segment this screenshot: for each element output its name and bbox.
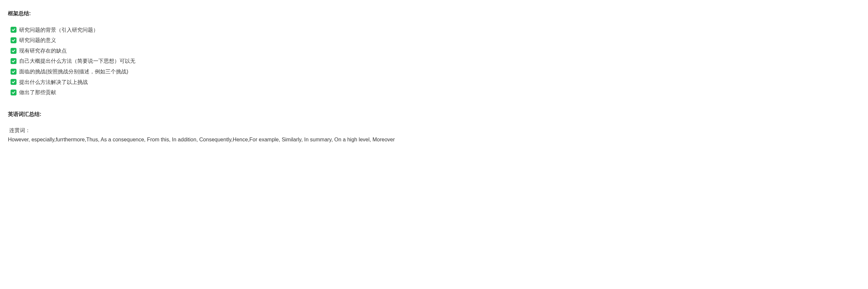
check-icon	[10, 69, 17, 75]
check-icon	[10, 79, 17, 85]
vocabulary-summary-section: 英语词汇总结: 连贯词： However, especially,furrthe…	[8, 110, 860, 144]
list-item-label: 提出什么方法解决了以上挑战	[19, 78, 88, 87]
connective-words-subheading: 连贯词：	[9, 126, 860, 135]
framework-checklist: 研究问题的背景（引入研究问题） 研究问题的意义 现有研究存在的缺点 自己大概提出…	[10, 26, 860, 97]
list-item-label: 研究问题的背景（引入研究问题）	[19, 26, 98, 34]
check-icon	[10, 58, 17, 64]
check-icon	[10, 48, 17, 54]
list-item: 研究问题的意义	[10, 36, 860, 45]
vocabulary-summary-heading: 英语词汇总结:	[8, 110, 860, 119]
check-icon	[10, 89, 17, 95]
list-item-label: 研究问题的意义	[19, 36, 56, 45]
list-item: 研究问题的背景（引入研究问题）	[10, 26, 860, 34]
framework-summary-heading: 框架总结:	[8, 9, 860, 18]
list-item: 自己大概提出什么方法（简要说一下思想）可以无	[10, 57, 860, 65]
list-item: 现有研究存在的缺点	[10, 47, 860, 55]
list-item-label: 现有研究存在的缺点	[19, 47, 67, 55]
list-item-label: 面临的挑战(按照挑战分别描述，例如三个挑战)	[19, 67, 128, 76]
list-item: 做出了那些贡献	[10, 88, 860, 97]
connective-words-body: However, especially,furrthermore,Thus, A…	[8, 136, 860, 144]
check-icon	[10, 37, 17, 43]
list-item: 提出什么方法解决了以上挑战	[10, 78, 860, 87]
check-icon	[10, 27, 17, 33]
framework-summary-section: 框架总结: 研究问题的背景（引入研究问题） 研究问题的意义 现有研究存在的缺点 …	[8, 9, 860, 97]
list-item-label: 做出了那些贡献	[19, 88, 56, 97]
list-item-label: 自己大概提出什么方法（简要说一下思想）可以无	[19, 57, 135, 65]
list-item: 面临的挑战(按照挑战分别描述，例如三个挑战)	[10, 67, 860, 76]
